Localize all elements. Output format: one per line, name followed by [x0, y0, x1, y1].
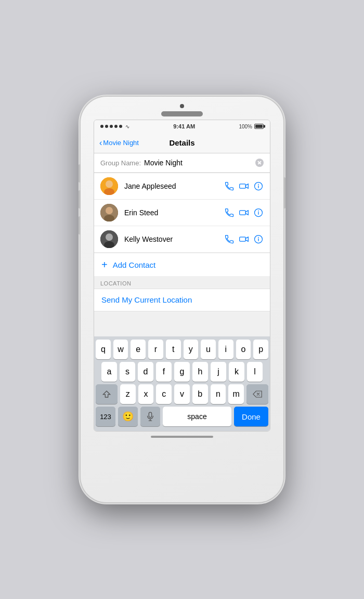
- page-title: Details: [169, 138, 194, 147]
- back-button[interactable]: ‹ Movie Night: [99, 138, 139, 148]
- contact-row: Erin Steed: [94, 200, 270, 226]
- status-bar: ∿ 9:41 AM 100%: [94, 120, 270, 133]
- svg-point-15: [106, 233, 113, 241]
- key-n[interactable]: n: [211, 384, 226, 404]
- contact-actions-kelly: [224, 234, 264, 244]
- avatar-erin: [100, 204, 118, 222]
- backspace-key[interactable]: [246, 384, 268, 404]
- screen: ∿ 9:41 AM 100% ‹ Movie Night Details: [94, 120, 270, 432]
- location-row[interactable]: Send My Current Location: [94, 289, 270, 311]
- contact-actions-jane: [224, 181, 264, 191]
- back-label: Movie Night: [103, 139, 139, 147]
- key-v[interactable]: v: [174, 384, 190, 404]
- front-camera: [180, 104, 184, 108]
- svg-rect-17: [240, 237, 246, 241]
- signal-dot-2: [105, 125, 108, 128]
- done-key[interactable]: Done: [234, 407, 268, 426]
- svg-rect-21: [149, 412, 151, 418]
- signal-dot-5: [119, 125, 122, 128]
- key-u[interactable]: u: [201, 340, 216, 359]
- phone-call-icon-jane[interactable]: [224, 181, 235, 191]
- signal-dot-3: [110, 125, 113, 128]
- home-indicator: [151, 436, 213, 438]
- phone-frame: ∿ 9:41 AM 100% ‹ Movie Night Details: [81, 97, 283, 502]
- video-icon-jane[interactable]: [239, 181, 249, 191]
- keyboard-row-1: q w e r t y u i o p: [96, 340, 268, 359]
- key-g[interactable]: g: [174, 362, 190, 382]
- avatar-kelly: [100, 230, 118, 248]
- key-h[interactable]: h: [192, 362, 208, 382]
- key-x[interactable]: x: [138, 384, 154, 404]
- status-time: 9:41 AM: [173, 123, 195, 129]
- info-icon-jane[interactable]: [253, 181, 264, 191]
- svg-point-8: [106, 207, 113, 214]
- key-j[interactable]: j: [211, 362, 226, 382]
- shift-key[interactable]: [96, 384, 118, 404]
- emoji-key[interactable]: 🙂: [118, 407, 138, 426]
- contact-name-erin: Erin Steed: [124, 209, 224, 217]
- key-l[interactable]: l: [247, 362, 263, 382]
- info-icon-erin[interactable]: [253, 207, 264, 218]
- key-r[interactable]: r: [148, 340, 163, 359]
- group-name-input[interactable]: [144, 159, 255, 167]
- key-p[interactable]: p: [253, 340, 268, 359]
- keyboard-row-4: 123 🙂 space Done: [96, 407, 268, 426]
- keyboard-row-2: a s d f g h j k l: [96, 362, 268, 382]
- key-e[interactable]: e: [131, 340, 146, 359]
- wifi-icon: ∿: [125, 124, 129, 129]
- avatar-jane: [100, 177, 118, 195]
- group-name-label: Group Name:: [100, 159, 141, 167]
- num-key[interactable]: 123: [96, 407, 115, 426]
- space-key[interactable]: space: [163, 407, 231, 426]
- phone-call-icon-erin[interactable]: [224, 207, 235, 218]
- battery-percentage: 100%: [239, 124, 252, 129]
- key-m[interactable]: m: [228, 384, 244, 404]
- contact-actions-erin: [224, 207, 264, 218]
- key-c[interactable]: c: [156, 384, 172, 404]
- clear-button[interactable]: [255, 159, 264, 167]
- contact-name-kelly: Kelly Westover: [124, 235, 224, 243]
- add-contact-row[interactable]: + Add Contact: [94, 253, 270, 276]
- svg-rect-10: [240, 211, 246, 215]
- content-area: Group Name: Jane Appleseed: [94, 153, 270, 336]
- key-w[interactable]: w: [113, 340, 128, 359]
- contact-row: Jane Appleseed: [94, 173, 270, 200]
- svg-point-1: [106, 180, 113, 188]
- key-d[interactable]: d: [138, 362, 153, 382]
- battery-icon: [254, 124, 264, 129]
- key-s[interactable]: s: [120, 362, 135, 382]
- key-q[interactable]: q: [96, 340, 111, 359]
- speaker: [161, 111, 203, 116]
- keyboard-row-3: z x c v b n m: [96, 384, 268, 404]
- key-b[interactable]: b: [192, 384, 208, 404]
- key-z[interactable]: z: [120, 384, 136, 404]
- battery-area: 100%: [239, 124, 264, 129]
- location-section-header: LOCATION: [94, 276, 270, 289]
- mic-key[interactable]: [140, 407, 160, 426]
- key-t[interactable]: t: [166, 340, 181, 359]
- info-icon-kelly[interactable]: [253, 234, 264, 244]
- svg-rect-3: [240, 184, 246, 188]
- video-icon-erin[interactable]: [239, 207, 249, 218]
- contact-name-jane: Jane Appleseed: [124, 182, 224, 190]
- add-contact-label: Add Contact: [113, 261, 156, 269]
- signal-area: ∿: [100, 124, 129, 129]
- send-location-label: Send My Current Location: [101, 295, 192, 304]
- chevron-left-icon: ‹: [99, 138, 102, 148]
- key-a[interactable]: a: [101, 362, 117, 382]
- key-y[interactable]: y: [184, 340, 199, 359]
- key-f[interactable]: f: [156, 362, 172, 382]
- group-name-row: Group Name:: [94, 153, 270, 173]
- signal-dot-4: [114, 125, 118, 128]
- signal-dot-1: [100, 125, 103, 128]
- keyboard: q w e r t y u i o p a s d f g h j k: [94, 336, 270, 431]
- video-icon-kelly[interactable]: [239, 234, 249, 244]
- battery-body: [254, 124, 264, 129]
- key-i[interactable]: i: [218, 340, 233, 359]
- contacts-section: Jane Appleseed: [94, 173, 270, 276]
- phone-call-icon-kelly[interactable]: [224, 234, 235, 244]
- key-o[interactable]: o: [236, 340, 251, 359]
- key-k[interactable]: k: [229, 362, 244, 382]
- add-plus-icon: +: [101, 259, 108, 270]
- contact-row: Kelly Westover: [94, 226, 270, 253]
